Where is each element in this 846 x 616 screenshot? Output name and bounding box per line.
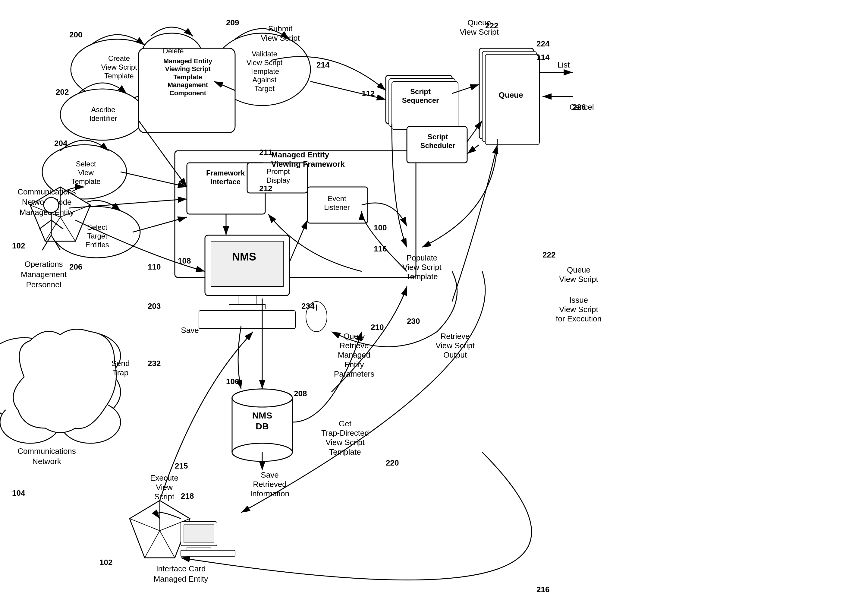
svg-point-54 (44, 197, 59, 213)
create-view-script-template-label: CreateView ScriptTemplate (92, 54, 146, 80)
svg-rect-25 (199, 310, 295, 329)
ref-102a: 102 (12, 241, 25, 251)
save-retrieved-info-label: SaveRetrievedInformation (235, 470, 304, 499)
ref-203: 203 (148, 301, 161, 311)
script-scheduler-label: ScriptScheduler (410, 133, 466, 150)
ref-209: 209 (226, 18, 239, 28)
comms-network-label: CommunicationsNetwork (9, 446, 84, 467)
ref-208: 208 (294, 389, 307, 398)
execute-view-script-label: ExecuteViewScript (136, 473, 193, 502)
select-target-entities-label: SelectTargetEntities (72, 223, 122, 249)
svg-rect-53 (181, 550, 235, 556)
prompt-display-label: PromptDisplay (250, 168, 307, 185)
ref-114: 114 (536, 53, 549, 62)
svg-rect-23 (238, 296, 256, 304)
get-trap-directed-label: GetTrap-DirectedView ScriptTemplate (307, 419, 383, 457)
ref-230: 230 (407, 317, 420, 326)
svg-rect-24 (229, 304, 265, 309)
svg-line-57 (51, 220, 63, 229)
person-icon (33, 196, 69, 256)
ascribe-identifier-label: AscribeIdentifier (78, 106, 128, 123)
ref-110: 110 (148, 262, 161, 272)
managed-entity-viewing-framework-label: Managed EntityViewing Framework (271, 150, 345, 169)
issue-view-script-label: IssueView Scriptfor Execution (545, 296, 612, 324)
interface-card-label: Interface CardManaged Entity (136, 564, 226, 584)
save-label: Save (175, 326, 205, 335)
svg-rect-51 (184, 525, 214, 543)
ref-224: 224 (536, 39, 549, 49)
ref-215: 215 (175, 461, 188, 470)
nms-db-label: NMSDB (247, 410, 277, 432)
submit-view-script-label: SubmitView Script (247, 24, 313, 43)
ref-102b: 102 (100, 558, 112, 567)
ref-211: 211 (259, 148, 272, 157)
ref-214: 214 (316, 60, 329, 70)
populate-view-script-template-label: PopulateView ScriptTemplate (389, 253, 455, 282)
ref-108: 108 (178, 256, 191, 266)
svg-point-31 (232, 389, 292, 407)
list-label: List (549, 60, 579, 70)
event-listener-label: EventListener (310, 194, 364, 212)
diagram-container: Managed EntityViewing Framework 100 102 … (0, 0, 846, 616)
ref-104: 104 (12, 488, 25, 498)
ref-234: 234 (301, 301, 314, 311)
nms-label: NMS (214, 250, 274, 263)
svg-line-58 (42, 235, 51, 250)
send-trap-label: SendTrap (100, 359, 142, 378)
ref-200: 200 (69, 30, 82, 40)
ref-216: 216 (536, 585, 549, 594)
script-sequencer-label: ScriptSequencer (390, 87, 451, 105)
svg-line-59 (51, 235, 60, 250)
select-view-template-label: SelectViewTemplate (62, 160, 110, 186)
operations-mgmt-personnel-label: OperationsManagementPersonnel (9, 259, 78, 290)
svg-rect-22 (211, 241, 283, 287)
ref-222b: 222 (542, 250, 555, 260)
mevstmc-label: Managed EntityViewing ScriptTemplateMana… (141, 57, 235, 97)
ref-112: 112 (362, 89, 375, 98)
ref-204: 204 (54, 139, 67, 148)
ref-116: 116 (374, 244, 387, 254)
queue-view-script-bottom-label: QueueView Script (549, 265, 609, 284)
ref-210: 210 (371, 323, 384, 332)
ref-220: 220 (386, 458, 399, 468)
validate-label: ValidateView ScriptTemplateAgainstTarget (239, 50, 289, 93)
queue-view-script-top-label: QueueView Script (449, 18, 509, 37)
query-retrieve-label: QueryRetrieveManagedEntityParameters (319, 332, 389, 379)
retrieve-view-script-output-label: RetrieveView ScriptOutput (422, 332, 488, 360)
svg-rect-52 (187, 547, 211, 550)
cancel-label: Cancel (564, 103, 600, 112)
delete-label: Delete (157, 47, 190, 56)
svg-line-56 (39, 220, 51, 229)
ref-232: 232 (148, 359, 161, 368)
ref-100: 100 (374, 223, 387, 232)
ref-106: 106 (226, 377, 239, 386)
queue-label: Queue (488, 90, 533, 100)
ref-202: 202 (56, 87, 69, 97)
